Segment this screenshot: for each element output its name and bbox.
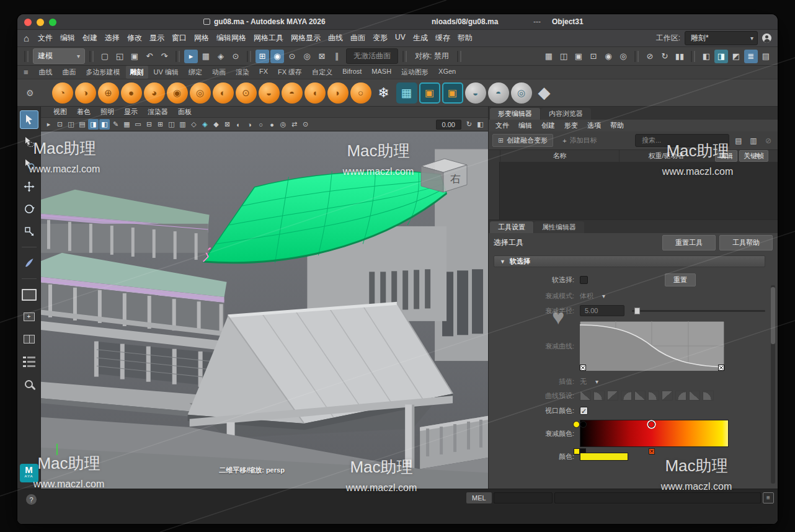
shelf-tab[interactable]: FX (255, 66, 272, 79)
ipr-render-icon[interactable]: ◎ (616, 50, 630, 63)
knife-tool-icon[interactable]: ○ (350, 82, 371, 104)
account-icon[interactable] (762, 33, 771, 43)
select-mask-cursor-icon[interactable]: ▸ (184, 50, 198, 63)
ramp-stop-black[interactable] (580, 421, 587, 428)
soft-select-section-header[interactable]: ▼ 软选择 (494, 255, 765, 267)
symmetry-dropdown[interactable]: 对称: 禁用 (411, 51, 453, 61)
workspace-dropdown[interactable]: 雕刻* ▾ (685, 31, 758, 45)
minimize-window-button[interactable] (37, 19, 44, 26)
soft-select-checkbox[interactable] (580, 276, 588, 284)
mask-tool-icon[interactable]: ◆ (534, 82, 555, 104)
refresh-icon[interactable]: ↻ (658, 50, 672, 63)
shape-editor-menu-item[interactable]: 创建 (541, 121, 555, 130)
falloff-mode-dropdown[interactable]: 体积 ▾ (580, 291, 605, 301)
gear-icon[interactable]: ⚙ (26, 88, 34, 98)
select-hierarchy-icon[interactable]: ▦ (199, 50, 213, 63)
panel-menu-item[interactable]: 照明 (95, 107, 119, 117)
curve-preset-wave-icon[interactable] (634, 391, 646, 401)
zoom-tool-icon[interactable] (20, 375, 38, 393)
camera-attributes-icon[interactable]: ⊙ (300, 119, 311, 130)
shelf-tab[interactable]: 动画 (208, 66, 230, 79)
freeze-tool-icon[interactable]: ❄ (373, 82, 394, 104)
bounding-box-icon[interactable]: ⊠ (222, 119, 233, 130)
column-header-name[interactable]: 名称 (500, 150, 619, 162)
reset-button[interactable]: 重置 (665, 273, 696, 286)
construction-history-icon[interactable]: ⊘ (643, 50, 657, 63)
add-target-button[interactable]: + 添加目标 (557, 134, 602, 147)
close-window-button[interactable] (24, 19, 32, 26)
shelf-menu-icon[interactable]: ≡ (24, 68, 29, 77)
no-lights-icon[interactable]: ○ (255, 119, 266, 130)
menu-item[interactable]: 编辑 (56, 31, 79, 45)
menu-item[interactable]: 帮助 (454, 31, 476, 45)
view-pivot-icon[interactable]: ⊡ (55, 119, 65, 130)
scrape-tool-icon[interactable]: ◖ (304, 82, 326, 104)
grip-divider[interactable] (89, 51, 94, 62)
snap-align-icon[interactable]: ∥ (330, 50, 344, 63)
relax-tool-icon[interactable]: ⊕ (98, 82, 119, 104)
curve-preset-crater-icon[interactable] (621, 391, 632, 401)
shadows-icon[interactable]: ● (267, 119, 277, 130)
flatten-tool-icon[interactable]: ◉ (167, 82, 188, 104)
sculpt-mirror-icon[interactable]: ◩ (729, 50, 743, 63)
delete-icon[interactable]: ⊘ (763, 135, 774, 146)
shelf-tab[interactable]: 雕刻 (126, 66, 148, 79)
imprint-tool-icon[interactable]: ◒ (259, 82, 280, 104)
curve-preset-hard-icon[interactable] (607, 391, 618, 401)
panel-layout-icon[interactable]: ≣ (744, 50, 758, 63)
tool-help-button[interactable]: 工具帮助 (719, 235, 773, 250)
layout-two-pane-button[interactable] (20, 330, 38, 348)
exposure-icon[interactable]: ◧ (475, 119, 486, 130)
exposure-value-field[interactable]: 0.00 (436, 120, 461, 130)
shelf-tab[interactable]: 自定义 (308, 66, 337, 79)
stamp-grid-icon[interactable]: ▦ (396, 82, 417, 104)
sculpt-objects-icon[interactable]: ◒ (465, 82, 486, 104)
grip-divider[interactable] (634, 51, 639, 62)
grip-divider[interactable] (457, 51, 461, 62)
mel-result-field[interactable] (554, 492, 761, 503)
mel-input[interactable] (494, 492, 553, 503)
panel-tab[interactable]: 工具设置 (490, 221, 533, 233)
keyframe-button[interactable]: 关键帧 (739, 150, 768, 162)
title-bar[interactable]: gu08.ma - Autodesk MAYA 2026 nloads/08/g… (17, 14, 778, 30)
pose-target-a-icon[interactable]: ▣ (419, 82, 440, 104)
sort-icon[interactable]: ▤ (733, 135, 744, 146)
fill-tool-icon[interactable]: ◗ (327, 82, 349, 104)
clone-target-icon[interactable]: ◓ (488, 82, 509, 104)
safe-action-icon[interactable]: ▥ (177, 119, 188, 130)
display-layers-icon[interactable]: ◫ (557, 50, 571, 63)
shelf-tab[interactable]: XGen (434, 66, 460, 79)
snap-point-icon[interactable]: ⊙ (285, 50, 299, 63)
menu-item[interactable]: 网格显示 (287, 31, 324, 45)
grip-divider[interactable] (691, 51, 695, 62)
grip-divider[interactable] (402, 51, 407, 62)
help-button[interactable]: ? (26, 494, 37, 505)
grab-tool-icon[interactable]: ● (121, 82, 142, 104)
create-blend-shape-button[interactable]: ⊞ 创建融合变形 (492, 134, 553, 147)
film-gate-icon[interactable]: ▭ (133, 119, 143, 130)
attribute-spreadsheet-icon[interactable]: ▤ (759, 50, 773, 63)
outliner-button[interactable] (20, 352, 38, 371)
panel-tab[interactable]: 内容浏览器 (541, 108, 591, 120)
curve-preset-linear-icon[interactable] (580, 391, 591, 401)
redo-icon[interactable]: ↷ (158, 50, 171, 63)
menu-item[interactable]: 变形 (369, 31, 391, 45)
curve-preset-bump-icon[interactable] (703, 391, 714, 401)
smooth-shade-icon[interactable]: ◆ (211, 119, 221, 130)
rotate-tool-icon[interactable] (20, 200, 38, 218)
viewport-canvas[interactable]: 右 二维平移/缩放: persp (41, 131, 488, 489)
grid-display-icon[interactable]: ▦ (122, 119, 132, 130)
color-swatch[interactable] (580, 453, 628, 461)
render-settings-icon[interactable]: ▦ (542, 50, 556, 63)
new-scene-icon[interactable]: ▢ (98, 50, 112, 63)
shape-editor-menu-item[interactable]: 文件 (495, 121, 509, 130)
panel-menu-item[interactable]: 渲染器 (143, 107, 173, 117)
layout-single-pane-button[interactable] (20, 285, 38, 304)
view-layout-icon[interactable]: ▤ (77, 119, 87, 130)
curve-preset-spike-icon[interactable] (689, 391, 700, 401)
sculpt-surface-falloff-icon[interactable]: ◧ (700, 50, 713, 63)
home-icon[interactable]: ⌂ (24, 33, 29, 43)
menu-item[interactable]: 网格工具 (250, 31, 287, 45)
filter-icon[interactable]: ▥ (748, 135, 759, 146)
menu-item[interactable]: 曲面 (347, 31, 369, 45)
